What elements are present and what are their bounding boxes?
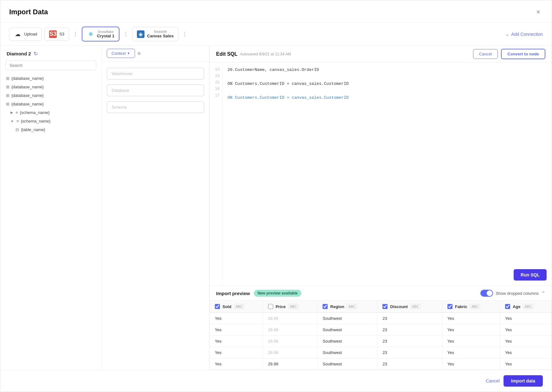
cell-discount: 23 bbox=[377, 336, 442, 347]
col-price-checkbox[interactable] bbox=[268, 304, 273, 309]
tree-item-label: {database_name} bbox=[11, 102, 44, 106]
tree-item-label: {database_name} bbox=[11, 85, 44, 89]
code-content[interactable]: 20.CustomerName, canvas_sales.OrderID ON… bbox=[222, 63, 552, 286]
database-icon: ⊞ bbox=[6, 93, 10, 98]
col-price-label: Price bbox=[276, 304, 286, 309]
col-age-checkbox[interactable] bbox=[505, 304, 510, 309]
col-sold-checkbox[interactable] bbox=[215, 304, 220, 309]
cell-discount: 23 bbox=[377, 313, 442, 324]
col-price-type: ABC bbox=[288, 304, 298, 309]
close-button[interactable]: × bbox=[534, 7, 543, 17]
collapse-button[interactable]: ⌃ bbox=[541, 290, 545, 296]
code-line: ON Customers.CustomerID = canvas_sales.C… bbox=[228, 94, 547, 101]
refresh-button[interactable]: ↻ bbox=[34, 51, 38, 57]
schema-icon: ≡ bbox=[16, 110, 18, 115]
cell-sold: Yes bbox=[210, 336, 263, 347]
list-item[interactable]: ▶ ≡ {schema_name} bbox=[3, 108, 99, 117]
preview-controls: Show dropped columns ⌃ bbox=[480, 290, 545, 297]
col-region: Region ABC bbox=[318, 301, 377, 313]
schema-input[interactable] bbox=[107, 101, 204, 113]
new-preview-badge: New preview available bbox=[254, 290, 302, 297]
upload-tab[interactable]: ☁ Upload bbox=[9, 28, 42, 41]
database-icon: ⊞ bbox=[6, 102, 10, 106]
cell-region: Southwest bbox=[318, 358, 377, 370]
editor-cancel-button[interactable]: Cancel bbox=[473, 49, 498, 59]
redshift-tab[interactable]: ◈ Redshift Canvas Sales bbox=[132, 27, 178, 41]
cell-sold: Yes bbox=[210, 358, 263, 370]
col-fabric-checkbox[interactable] bbox=[447, 304, 453, 309]
add-connection-button[interactable]: ⌄ Add Connection bbox=[505, 32, 543, 37]
list-item[interactable]: ⊞ {database_name} bbox=[3, 100, 99, 108]
snowflake-tab[interactable]: ❄ Snowflake Crystal 1 bbox=[82, 27, 119, 41]
cell-sold: Yes bbox=[210, 313, 263, 324]
upload-icon: ☁ bbox=[14, 30, 22, 38]
col-region-checkbox[interactable] bbox=[323, 304, 328, 309]
col-region-label: Region bbox=[330, 304, 344, 309]
table-row: Yes 29.99 Southwest 23 Yes Yes bbox=[210, 336, 552, 347]
cell-discount: 23 bbox=[377, 358, 442, 370]
database-input[interactable] bbox=[107, 85, 204, 96]
footer-cancel-button[interactable]: Cancel bbox=[486, 378, 500, 383]
cell-price: 29.99 bbox=[263, 336, 318, 347]
sql-actions: Cancel Convert to node bbox=[473, 49, 545, 59]
convert-to-node-button[interactable]: Convert to node bbox=[501, 49, 545, 59]
sql-editor-header: Edit SQL Autosaved 8/9/21 at 11:34 AM Ca… bbox=[210, 46, 552, 63]
run-sql-button[interactable]: Run SQL bbox=[514, 269, 547, 281]
snowflake-icon: ❄ bbox=[87, 30, 94, 38]
context-header: Context ▼ bbox=[102, 46, 209, 61]
snowflake-more-button[interactable]: ⋮ bbox=[122, 31, 130, 37]
redshift-more-button[interactable]: ⋮ bbox=[181, 31, 189, 37]
snowflake-label: Snowflake Crystal 1 bbox=[97, 30, 114, 38]
cell-region: Southwest bbox=[318, 347, 377, 358]
search-box bbox=[5, 60, 96, 70]
table-icon: ⊟ bbox=[16, 127, 19, 132]
modal-title: Import Data bbox=[9, 8, 48, 16]
col-discount: Discount ABC bbox=[377, 301, 442, 313]
context-dropdown-icon: ▼ bbox=[127, 52, 130, 55]
cell-price: 29.99 bbox=[263, 313, 318, 324]
tree-item-label: {schema_name} bbox=[20, 110, 50, 115]
list-item[interactable]: ▼ ≡ {schema_name} bbox=[3, 117, 99, 125]
schema-icon: ≡ bbox=[16, 119, 19, 123]
toggle-knob bbox=[487, 290, 492, 296]
preview-table: Sold ABC Price ABC bbox=[210, 301, 552, 370]
import-data-button[interactable]: Import data bbox=[504, 375, 543, 387]
list-item[interactable]: ⊟ {table_name} bbox=[3, 125, 99, 134]
list-item[interactable]: ⊞ {database_name} bbox=[3, 91, 99, 100]
add-connection-icon: ⌄ bbox=[505, 32, 509, 37]
cell-region: Southwest bbox=[318, 336, 377, 347]
sidebar-title: Diamond 2 bbox=[7, 51, 31, 56]
cell-region: Southwest bbox=[318, 324, 377, 336]
cell-discount: 23 bbox=[377, 324, 442, 336]
s3-tab[interactable]: S3 S3 bbox=[44, 28, 69, 41]
col-sold-label: Sold bbox=[222, 304, 231, 309]
sql-code-area: 13 14 15 16 17 20.CustomerName, canvas_s… bbox=[210, 63, 552, 286]
col-sold: Sold ABC bbox=[210, 301, 263, 313]
warehouse-input[interactable] bbox=[107, 68, 204, 79]
show-dropped-toggle[interactable] bbox=[480, 290, 493, 297]
schema-field bbox=[107, 101, 204, 113]
list-item[interactable]: ⊞ {database_name} bbox=[3, 83, 99, 91]
list-item[interactable]: ⊞ {database_name} bbox=[3, 74, 99, 83]
modal-footer: Cancel Import data bbox=[0, 370, 552, 392]
upload-label: Upload bbox=[24, 32, 37, 36]
cell-fabric: Yes bbox=[442, 358, 500, 370]
search-input[interactable] bbox=[5, 60, 96, 70]
context-tab-label: Context bbox=[112, 51, 126, 56]
code-line: 20.CustomerName, canvas_sales.OrderID bbox=[228, 66, 547, 73]
edit-sql-label: Edit SQL bbox=[216, 51, 238, 57]
cell-sold: Yes bbox=[210, 347, 263, 358]
s3-more-button[interactable]: ⋮ bbox=[72, 31, 79, 37]
dot-tab[interactable] bbox=[138, 52, 141, 55]
s3-icon: S3 bbox=[49, 30, 57, 38]
autosaved-label: Autosaved 8/9/21 at 11:34 AM bbox=[240, 52, 291, 56]
preview-table-body: Yes 29.99 Southwest 23 Yes Yes Yes 29.99… bbox=[210, 313, 552, 370]
col-discount-checkbox[interactable] bbox=[382, 304, 388, 309]
col-sold-type: ABC bbox=[234, 304, 244, 309]
modal-body: Diamond 2 ↻ ⊞ {database_name} ⊞ {databas… bbox=[0, 46, 552, 370]
redshift-icon: ◈ bbox=[137, 30, 144, 38]
context-tab[interactable]: Context ▼ bbox=[107, 49, 135, 58]
col-discount-label: Discount bbox=[390, 304, 408, 309]
cell-price: 29.99 bbox=[263, 347, 318, 358]
sql-editor-title: Edit SQL Autosaved 8/9/21 at 11:34 AM bbox=[216, 51, 291, 57]
